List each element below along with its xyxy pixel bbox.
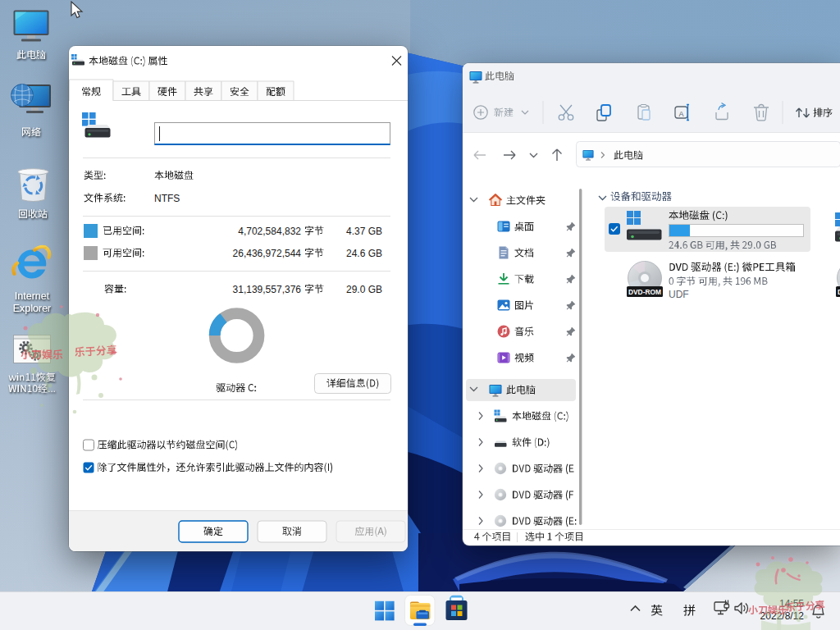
svg-text:2022/8/12: 2022/8/12 [760,610,805,622]
svg-text:14:55: 14:55 [779,598,804,609]
svg-text:Explorer: Explorer [13,303,52,314]
svg-text:Internet: Internet [15,290,50,302]
svg-text:24.6 GB: 24.6 GB [346,248,382,259]
svg-text:A: A [678,110,683,118]
svg-text:4,702,584,832: 4,702,584,832 [238,226,301,237]
svg-text:31,139,557,376: 31,139,557,376 [233,284,302,295]
svg-text:UDF: UDF [669,289,689,300]
svg-text:DVD-ROM: DVD-ROM [628,288,661,296]
svg-text:4.37 GB: 4.37 GB [346,226,382,237]
svg-text:29.0 GB: 29.0 GB [346,284,382,295]
svg-text:NTFS: NTFS [154,193,180,204]
svg-text:26,436,972,544: 26,436,972,544 [233,248,302,259]
